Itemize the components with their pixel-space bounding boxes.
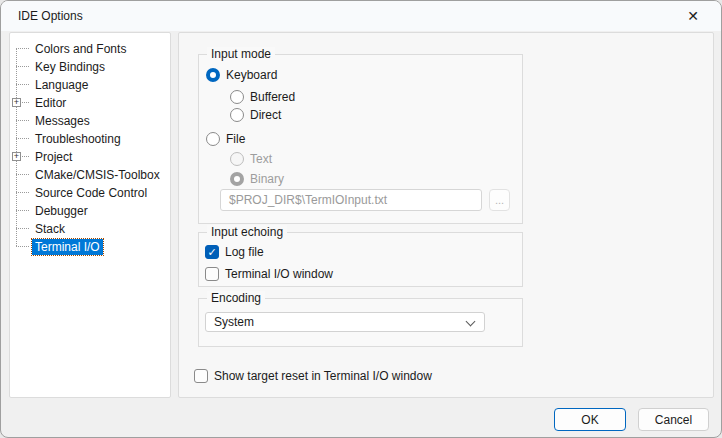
encoding-dropdown[interactable]: System bbox=[205, 312, 485, 332]
sidebar-item-label[interactable]: Debugger bbox=[32, 203, 91, 219]
sidebar-item-label[interactable]: Project bbox=[32, 149, 75, 165]
direct-radio-row[interactable]: Direct bbox=[230, 107, 281, 123]
buffered-radio-label: Buffered bbox=[250, 90, 295, 104]
input-echoing-group-title: Input echoing bbox=[207, 225, 287, 239]
text-radio bbox=[230, 152, 244, 166]
options-tree: Colors and Fonts Key Bindings Language +… bbox=[9, 32, 171, 398]
sidebar-item-editor[interactable]: + Editor bbox=[10, 93, 170, 111]
input-file-path-field[interactable]: $PROJ_DIR$\TermIOInput.txt bbox=[220, 189, 482, 211]
window-title: IDE Options bbox=[18, 9, 83, 23]
show-target-reset-checkbox[interactable] bbox=[194, 369, 208, 383]
file-radio-label: File bbox=[226, 132, 245, 146]
tree-connector bbox=[16, 120, 29, 121]
binary-radio bbox=[230, 172, 244, 186]
chevron-down-icon bbox=[466, 317, 476, 327]
sidebar-item-language[interactable]: Language bbox=[10, 75, 170, 93]
terminal-io-window-checkbox[interactable] bbox=[205, 267, 219, 281]
show-target-reset-checkbox-label: Show target reset in Terminal I/O window bbox=[214, 369, 432, 383]
encoding-group-title: Encoding bbox=[207, 291, 265, 305]
browse-button[interactable]: ... bbox=[489, 189, 510, 211]
ide-options-dialog: IDE Options ✕ Colors and Fonts Key Bindi… bbox=[0, 0, 722, 438]
close-icon[interactable]: ✕ bbox=[673, 1, 713, 31]
tree-connector bbox=[16, 84, 29, 85]
sidebar-item-stack[interactable]: Stack bbox=[10, 219, 170, 237]
log-file-checkbox-row[interactable]: ✓ Log file bbox=[205, 244, 264, 260]
show-target-reset-checkbox-row[interactable]: Show target reset in Terminal I/O window bbox=[194, 368, 432, 384]
encoding-group: Encoding System bbox=[198, 298, 523, 347]
buffered-radio-row[interactable]: Buffered bbox=[230, 89, 295, 105]
direct-radio-label: Direct bbox=[250, 108, 281, 122]
sidebar-item-colors-and-fonts[interactable]: Colors and Fonts bbox=[10, 39, 170, 57]
binary-radio-label: Binary bbox=[250, 172, 284, 186]
terminal-io-window-checkbox-label: Terminal I/O window bbox=[225, 267, 333, 281]
encoding-dropdown-value: System bbox=[214, 315, 254, 329]
text-radio-label: Text bbox=[250, 152, 272, 166]
tree-connector bbox=[16, 192, 29, 193]
sidebar-item-cmake-cmsis-toolbox[interactable]: CMake/CMSIS-Toolbox bbox=[10, 165, 170, 183]
tree-connector bbox=[16, 138, 29, 139]
keyboard-radio-label: Keyboard bbox=[226, 68, 277, 82]
input-mode-group: Input mode Keyboard Buffered Direct File… bbox=[198, 54, 523, 224]
text-radio-row: Text bbox=[230, 151, 272, 167]
sidebar-item-troubleshooting[interactable]: Troubleshooting bbox=[10, 129, 170, 147]
direct-radio[interactable] bbox=[230, 108, 244, 122]
sidebar-item-terminal-io[interactable]: Terminal I/O bbox=[10, 237, 170, 255]
sidebar-item-label[interactable]: Source Code Control bbox=[32, 185, 150, 201]
sidebar-item-label[interactable]: Messages bbox=[32, 113, 93, 129]
sidebar-item-label[interactable]: Editor bbox=[32, 95, 69, 111]
tree-connector bbox=[16, 246, 29, 247]
terminal-io-settings-panel: Input mode Keyboard Buffered Direct File… bbox=[178, 32, 714, 398]
expand-plus-icon[interactable]: + bbox=[12, 152, 21, 161]
input-mode-group-title: Input mode bbox=[207, 47, 275, 61]
tree-connector bbox=[16, 48, 29, 49]
sidebar-item-label[interactable]: Stack bbox=[32, 221, 68, 237]
terminal-io-window-checkbox-row[interactable]: Terminal I/O window bbox=[205, 266, 333, 282]
file-radio[interactable] bbox=[206, 132, 220, 146]
file-radio-row[interactable]: File bbox=[206, 131, 245, 147]
sidebar-item-key-bindings[interactable]: Key Bindings bbox=[10, 57, 170, 75]
sidebar-item-label[interactable]: Key Bindings bbox=[32, 59, 108, 75]
ok-button[interactable]: OK bbox=[554, 408, 626, 431]
keyboard-radio-row[interactable]: Keyboard bbox=[206, 67, 277, 83]
binary-radio-row: Binary bbox=[230, 171, 284, 187]
sidebar-item-label[interactable]: CMake/CMSIS-Toolbox bbox=[32, 167, 163, 183]
titlebar: IDE Options ✕ bbox=[1, 1, 721, 31]
keyboard-radio[interactable] bbox=[206, 68, 220, 82]
sidebar-item-messages[interactable]: Messages bbox=[10, 111, 170, 129]
sidebar-item-source-code-control[interactable]: Source Code Control bbox=[10, 183, 170, 201]
check-icon: ✓ bbox=[207, 247, 216, 258]
sidebar-item-label[interactable]: Troubleshooting bbox=[32, 131, 124, 147]
sidebar-item-project[interactable]: + Project bbox=[10, 147, 170, 165]
expand-plus-icon[interactable]: + bbox=[12, 98, 21, 107]
sidebar-item-debugger[interactable]: Debugger bbox=[10, 201, 170, 219]
tree-connector bbox=[16, 66, 29, 67]
tree-connector bbox=[16, 174, 29, 175]
sidebar-item-label[interactable]: Terminal I/O bbox=[32, 239, 103, 255]
sidebar-item-label[interactable]: Language bbox=[32, 77, 91, 93]
input-echoing-group: Input echoing ✓ Log file Terminal I/O wi… bbox=[198, 232, 523, 287]
tree-connector bbox=[16, 228, 29, 229]
sidebar-item-label[interactable]: Colors and Fonts bbox=[32, 41, 129, 57]
tree-connector bbox=[16, 210, 29, 211]
cancel-button[interactable]: Cancel bbox=[638, 408, 709, 431]
log-file-checkbox[interactable]: ✓ bbox=[205, 245, 219, 259]
buffered-radio[interactable] bbox=[230, 90, 244, 104]
log-file-checkbox-label: Log file bbox=[225, 245, 264, 259]
